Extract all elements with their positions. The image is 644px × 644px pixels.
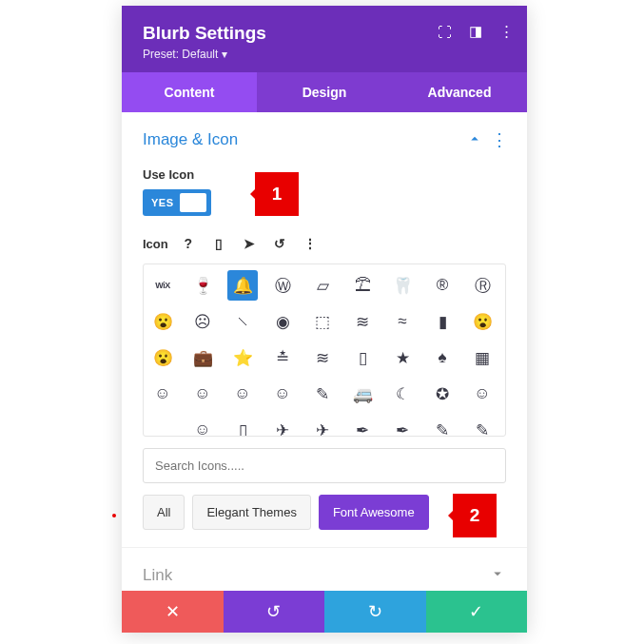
icon-option[interactable]: ⭐ [227,342,258,373]
icon-option[interactable]: 💼 [187,342,218,373]
icon-option[interactable]: 🍷 [187,270,218,301]
indicator-dot [112,514,116,517]
header-actions: ⛶ ◨ ⋮ [438,23,514,40]
icon-option[interactable]: ✒ [347,415,378,437]
confirm-button[interactable]: ✓ [426,591,528,633]
icon-option[interactable]: ⬚ [307,306,338,337]
cursor-icon[interactable]: ➤ [239,233,260,254]
section-header[interactable]: Image & Icon ⋮ [143,129,506,150]
filter-font-awesome[interactable]: Font Awesome [319,495,429,530]
icon-option[interactable]: ✎ [467,415,498,437]
tab-design[interactable]: Design [257,72,392,112]
filter-all[interactable]: All [143,495,185,530]
blurb-settings-modal: Blurb Settings Preset: Default ▾ ⛶ ◨ ⋮ C… [122,6,527,633]
icon-option[interactable]: ✈ [267,415,298,437]
icon-option[interactable]: ≋ [347,306,378,337]
section-link[interactable]: Link [122,547,527,591]
search-icons-input[interactable] [143,448,506,483]
toggle-knob [180,193,206,212]
chevron-up-icon[interactable] [466,130,483,150]
icon-option[interactable]: ☺ [227,379,258,409]
icon-option[interactable]: ⛱ [347,270,378,301]
section-title: Image & Icon [143,130,238,149]
icon-option[interactable]: ▦ [467,342,498,373]
help-icon[interactable]: ? [178,233,199,254]
undo-button[interactable]: ↺ [224,591,325,633]
collapse-controls: ⋮ [466,129,506,150]
close-button[interactable]: ✕ [122,591,224,633]
tab-advanced[interactable]: Advanced [392,72,527,112]
use-icon-toggle[interactable]: YES [143,189,211,216]
icon-option[interactable]: ✎ [307,379,338,409]
icon-option[interactable]: WiX [147,270,178,301]
tab-content[interactable]: Content [122,72,257,112]
modal-footer: ✕ ↺ ↻ ✓ [122,591,527,633]
icon-option[interactable]: 😮 [467,306,498,337]
icon-toolbar: ? ▯ ➤ ↺ ⋮ [178,233,321,254]
icon-option[interactable]: 🦷 [387,270,418,301]
icon-option[interactable] [147,415,178,437]
filter-elegant-themes[interactable]: Elegant Themes [192,495,310,530]
toolbar-more-icon[interactable]: ⋮ [300,233,321,254]
preset-selector[interactable]: Preset: Default ▾ [143,48,506,61]
expand-icon[interactable]: ⛶ [438,24,452,40]
modal-header: Blurb Settings Preset: Default ▾ ⛶ ◨ ⋮ [122,6,527,72]
link-title: Link [143,566,172,585]
icon-picker[interactable]: WiX🍷🔔Ⓦ▱⛱🦷®Ⓡ😮☹⟍◉⬚≋≈▮😮😮💼⭐≛≋▯★♠▦☺☺☺☺✎🚐☾✪☺☺▯… [143,263,506,437]
chevron-down-icon [489,565,506,585]
icon-option[interactable]: ☺ [467,379,498,409]
icon-option[interactable]: ≛ [267,342,298,373]
redo-button[interactable]: ↻ [324,591,426,633]
section-image-icon: Image & Icon ⋮ Use Icon YES Icon ? ▯ ➤ ↺ [122,112,527,547]
icon-option[interactable]: ▯ [227,415,258,437]
icon-option[interactable]: ≈ [387,306,418,337]
icon-option[interactable]: 😮 [147,306,178,337]
icon-option[interactable]: ® [427,270,458,301]
section-more-icon[interactable]: ⋮ [491,129,506,150]
icon-option[interactable]: 🚐 [347,379,378,409]
icon-option[interactable]: ☺ [147,379,178,409]
icon-option[interactable]: ≋ [307,342,338,373]
icon-label: Icon [143,237,168,251]
icon-option[interactable]: ☾ [387,379,418,409]
icon-option[interactable]: 🔔 [227,270,258,301]
icon-option[interactable]: Ⓦ [267,270,298,301]
tabs: Content Design Advanced [122,72,527,112]
icon-option[interactable]: ♠ [427,342,458,373]
icon-option[interactable]: ✒ [387,415,418,437]
mobile-icon[interactable]: ▯ [208,233,229,254]
use-icon-label: Use Icon [143,167,506,182]
icon-option[interactable]: ▱ [307,270,338,301]
icon-field-header: Icon ? ▯ ➤ ↺ ⋮ [143,233,506,254]
icon-option[interactable]: ☺ [187,379,218,409]
more-icon[interactable]: ⋮ [499,23,514,40]
icon-option[interactable]: ☹ [187,306,218,337]
icon-option[interactable]: ★ [387,342,418,373]
icon-option[interactable]: ▯ [347,342,378,373]
icon-option[interactable]: ◉ [267,306,298,337]
icon-option[interactable]: ⟍ [227,306,258,337]
icon-option[interactable]: ✪ [427,379,458,409]
reset-icon[interactable]: ↺ [269,233,290,254]
icon-option[interactable]: ☺ [267,379,298,409]
layout-icon[interactable]: ◨ [469,23,482,40]
icon-option[interactable]: ✈ [307,415,338,437]
callout-2: 2 [453,494,497,537]
icon-option[interactable]: Ⓡ [467,270,498,301]
callout-1: 1 [255,172,299,216]
toggle-yes-text: YES [147,197,174,208]
icon-option[interactable]: ✎ [427,415,458,437]
icon-option[interactable]: ▮ [427,306,458,337]
icon-option[interactable]: 😮 [147,342,178,373]
icon-option[interactable]: ☺ [187,415,218,437]
